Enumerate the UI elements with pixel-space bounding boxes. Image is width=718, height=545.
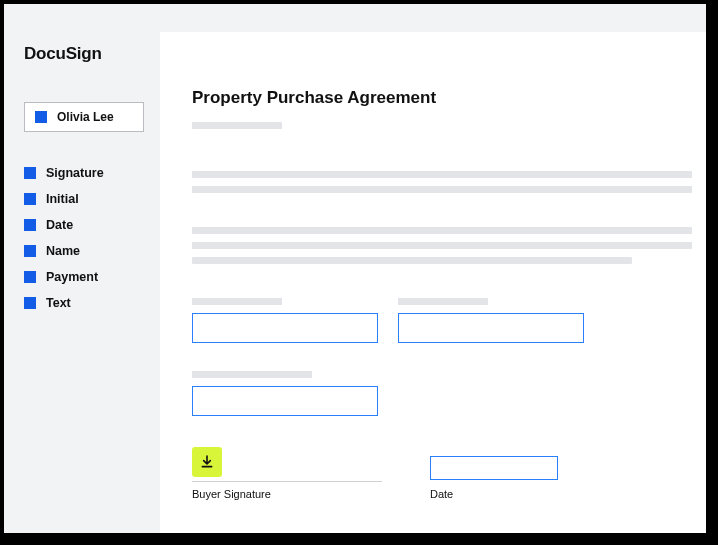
text-input[interactable] (192, 386, 378, 416)
text-input[interactable] (398, 313, 584, 343)
placeholder-line (192, 171, 692, 178)
placeholder-line (192, 227, 692, 234)
placeholder-line (192, 242, 692, 249)
signature-row: Buyer Signature Date (192, 444, 706, 500)
field-swatch-icon (24, 193, 36, 205)
recipient-selector[interactable]: Olivia Lee (24, 102, 144, 132)
text-input[interactable] (192, 313, 378, 343)
app-frame: DocuSign Olivia Lee Signature Initial Da… (0, 0, 710, 537)
brand-logo: DocuSign (24, 44, 144, 64)
content-row: DocuSign Olivia Lee Signature Initial Da… (4, 32, 706, 533)
form-field (192, 298, 378, 343)
date-label: Date (430, 488, 558, 500)
placeholder-label (192, 298, 282, 305)
signature-label: Buyer Signature (192, 488, 382, 500)
date-field: Date (430, 456, 558, 500)
field-swatch-icon (24, 219, 36, 231)
date-input[interactable] (430, 456, 558, 480)
placeholder-label (192, 371, 312, 378)
document-title: Property Purchase Agreement (192, 88, 706, 108)
field-initial[interactable]: Initial (24, 192, 144, 206)
field-date[interactable]: Date (24, 218, 144, 232)
field-text[interactable]: Text (24, 296, 144, 310)
top-spacer (4, 4, 706, 32)
placeholder-line (192, 186, 692, 193)
field-swatch-icon (24, 245, 36, 257)
sidebar: DocuSign Olivia Lee Signature Initial Da… (4, 32, 160, 533)
form-row (192, 371, 706, 416)
sign-here-tab[interactable] (192, 447, 222, 477)
field-label: Initial (46, 192, 79, 206)
field-swatch-icon (24, 271, 36, 283)
form-field (192, 371, 378, 416)
recipient-color-swatch (35, 111, 47, 123)
placeholder-line (192, 122, 282, 129)
field-name[interactable]: Name (24, 244, 144, 258)
field-payment[interactable]: Payment (24, 270, 144, 284)
placeholder-label (398, 298, 488, 305)
field-label: Date (46, 218, 73, 232)
document-canvas[interactable]: Property Purchase Agreement (160, 32, 706, 533)
field-swatch-icon (24, 167, 36, 179)
field-signature[interactable]: Signature (24, 166, 144, 180)
field-palette: Signature Initial Date Name Payment (24, 166, 144, 310)
field-label: Payment (46, 270, 98, 284)
field-swatch-icon (24, 297, 36, 309)
form-field (398, 298, 584, 343)
recipient-name: Olivia Lee (57, 110, 114, 124)
signature-line[interactable] (192, 444, 382, 482)
form-row (192, 298, 706, 343)
field-label: Text (46, 296, 71, 310)
download-arrow-icon (199, 454, 215, 470)
placeholder-line (192, 257, 632, 264)
field-label: Name (46, 244, 80, 258)
field-label: Signature (46, 166, 104, 180)
signature-field: Buyer Signature (192, 444, 382, 500)
